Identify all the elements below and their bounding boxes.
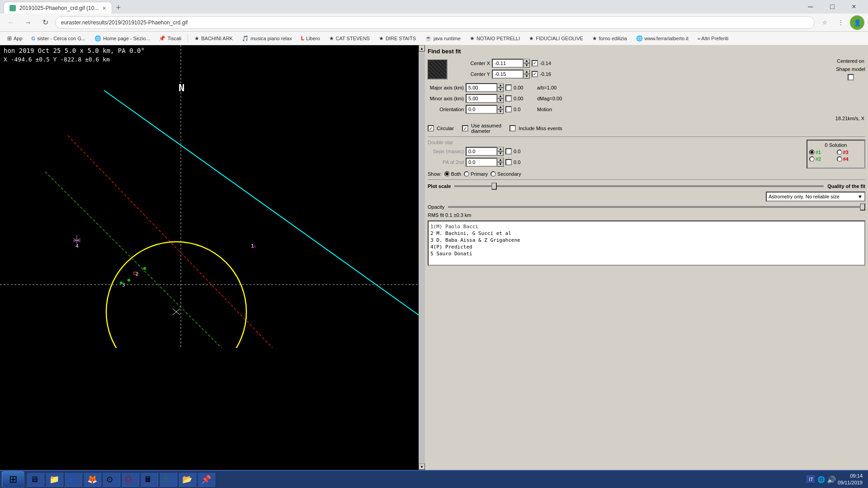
bookmark-app[interactable]: ⊞ App: [4, 34, 26, 42]
reload-button[interactable]: ↻: [38, 15, 52, 30]
solution-2[interactable]: #2: [809, 156, 835, 162]
start-button[interactable]: ⊞: [2, 471, 24, 488]
bookmark-bachini[interactable]: ★ BACHINI ARK: [191, 34, 236, 42]
center-x-up[interactable]: ▲: [524, 59, 530, 63]
solution-3[interactable]: #3: [837, 150, 863, 155]
bookmark-libero[interactable]: L Libero: [297, 34, 324, 42]
major-axis-down[interactable]: ▼: [497, 88, 504, 92]
quality-dropdown[interactable]: Astrometry only. No reliable size ▼: [766, 192, 865, 202]
both-radio-group[interactable]: Both: [444, 171, 462, 177]
shape-model-checkbox[interactable]: [848, 74, 854, 80]
back-button[interactable]: ←: [4, 15, 18, 30]
plot-scale-thumb[interactable]: [491, 183, 497, 190]
minor-axis-up[interactable]: ▲: [497, 94, 504, 99]
taskbar-firefox[interactable]: 🦊: [83, 472, 101, 487]
address-bar[interactable]: euraster.net/results/2019/20191025-Phaeh…: [55, 16, 815, 29]
center-y-down[interactable]: ▼: [524, 74, 530, 79]
major-axis-spinbuttons[interactable]: ▲ ▼: [497, 83, 504, 92]
taskbar-ie[interactable]: e: [64, 472, 82, 487]
minimize-button[interactable]: ─: [800, 0, 821, 14]
taskbar-folder[interactable]: 📂: [178, 472, 196, 487]
use-assumed-checkbox[interactable]: [462, 125, 468, 131]
taskbar-windows-explorer[interactable]: 📁: [45, 472, 63, 487]
solution-4[interactable]: #4: [837, 156, 863, 162]
pa-input[interactable]: 0.0: [466, 158, 497, 167]
sol1-radio[interactable]: [809, 150, 815, 155]
pa-checkbox[interactable]: [505, 159, 512, 165]
taskbar-calc[interactable]: 🖩: [140, 472, 158, 487]
network-icon[interactable]: 🌐: [817, 476, 825, 483]
sol2-radio[interactable]: [809, 156, 815, 162]
sepn-input[interactable]: 0.0: [466, 147, 497, 156]
center-x-checkbox[interactable]: [532, 60, 538, 66]
minor-axis-down[interactable]: ▼: [497, 99, 504, 103]
sepn-down[interactable]: ▼: [497, 151, 504, 156]
center-x-spinbuttons[interactable]: ▲ ▼: [524, 59, 530, 68]
minor-axis-checkbox[interactable]: [505, 95, 512, 102]
star-map[interactable]: 1 2 3 4 5 2: [0, 45, 425, 348]
center-y-spinbuttons[interactable]: ▲ ▼: [524, 70, 530, 79]
major-axis-up[interactable]: ▲: [497, 83, 504, 88]
center-x-input[interactable]: -0.11: [492, 59, 524, 68]
tab-close-button[interactable]: ×: [102, 5, 106, 12]
sol4-radio[interactable]: [837, 156, 842, 162]
bookmark-piano[interactable]: 🎵 musica piano relax: [238, 34, 296, 42]
volume-icon[interactable]: 🔊: [827, 475, 836, 484]
solution-1[interactable]: #1: [809, 150, 835, 155]
user-button[interactable]: 👤: [850, 15, 864, 30]
vertical-scrollbar[interactable]: ▲ ▼: [419, 45, 425, 470]
orientation-checkbox[interactable]: [505, 106, 512, 113]
bookmark-more[interactable]: » Altri Preferiti: [694, 35, 732, 42]
taskbar-excel[interactable]: X: [159, 472, 177, 487]
scroll-down-button[interactable]: ▼: [419, 464, 425, 470]
center-y-up[interactable]: ▲: [524, 70, 530, 74]
center-x-down[interactable]: ▼: [524, 63, 530, 68]
include-miss-checkbox[interactable]: [509, 125, 516, 131]
bookmark-java[interactable]: ☕ java runtime: [421, 34, 464, 42]
major-axis-input[interactable]: 5.00: [466, 83, 497, 92]
orientation-spinbuttons[interactable]: ▲ ▼: [497, 105, 504, 114]
bookmark-ferrari[interactable]: 🌐 www.ferrarialberto.it: [632, 34, 692, 42]
bookmark-tiscali[interactable]: 📌 Tiscali: [155, 34, 185, 42]
orientation-down[interactable]: ▼: [497, 109, 504, 114]
primary-radio[interactable]: [464, 171, 469, 177]
scroll-up-button[interactable]: ▲: [419, 45, 425, 52]
opacity-thumb[interactable]: [860, 203, 865, 211]
bookmark-star-button[interactable]: ☆: [817, 15, 832, 30]
forward-button[interactable]: →: [21, 15, 35, 30]
orientation-input[interactable]: 0.0: [466, 105, 497, 114]
secondary-radio[interactable]: [491, 171, 496, 177]
close-button[interactable]: ×: [844, 0, 864, 14]
circular-checkbox[interactable]: [428, 125, 434, 131]
bookmark-sister[interactable]: G sister - Cerca con G...: [28, 35, 90, 42]
secondary-radio-group[interactable]: Secondary: [491, 171, 521, 177]
opacity-slider[interactable]: [448, 203, 865, 211]
lang-button[interactable]: IT: [807, 475, 816, 483]
pa-up[interactable]: ▲: [497, 158, 504, 162]
bookmark-cat-stevens[interactable]: ★ CAT STEVENS: [326, 34, 373, 42]
bookmark-dire-straits[interactable]: ★ DIRE STAITS: [375, 34, 420, 42]
major-axis-checkbox[interactable]: [505, 84, 512, 91]
taskbar-opera[interactable]: O: [121, 472, 139, 487]
pa-spinbuttons[interactable]: ▲ ▼: [497, 158, 504, 167]
sepn-up[interactable]: ▲: [497, 147, 504, 151]
browser-tab[interactable]: 20191025-Phaehon_crd.gif (10... ×: [4, 2, 112, 14]
new-tab-button[interactable]: +: [112, 2, 125, 14]
center-y-checkbox[interactable]: [532, 71, 538, 77]
taskbar-show-desktop[interactable]: 🖥: [26, 472, 44, 487]
plot-scale-slider[interactable]: [454, 183, 824, 190]
bookmark-forno[interactable]: ★ forno edilizia: [589, 34, 631, 42]
sepn-spinbuttons[interactable]: ▲ ▼: [497, 147, 504, 156]
primary-radio-group[interactable]: Primary: [464, 171, 488, 177]
orientation-up[interactable]: ▲: [497, 105, 504, 109]
sepn-checkbox[interactable]: [505, 148, 512, 155]
bookmark-fiduciali[interactable]: ★ FIDUCIALI GEOLIVE: [525, 34, 587, 42]
bookmark-notaio[interactable]: ★ NOTAIO PETRELLI: [466, 34, 524, 42]
settings-button[interactable]: ⋮: [834, 15, 848, 30]
sol3-radio[interactable]: [837, 150, 842, 155]
taskbar-chrome[interactable]: ⊙: [102, 472, 120, 487]
both-radio[interactable]: [444, 171, 450, 177]
minor-axis-input[interactable]: 5.00: [466, 94, 497, 103]
bookmark-home[interactable]: 🌐 Home page - Sezio...: [91, 34, 153, 42]
taskbar-sticky[interactable]: 📌: [197, 472, 215, 487]
